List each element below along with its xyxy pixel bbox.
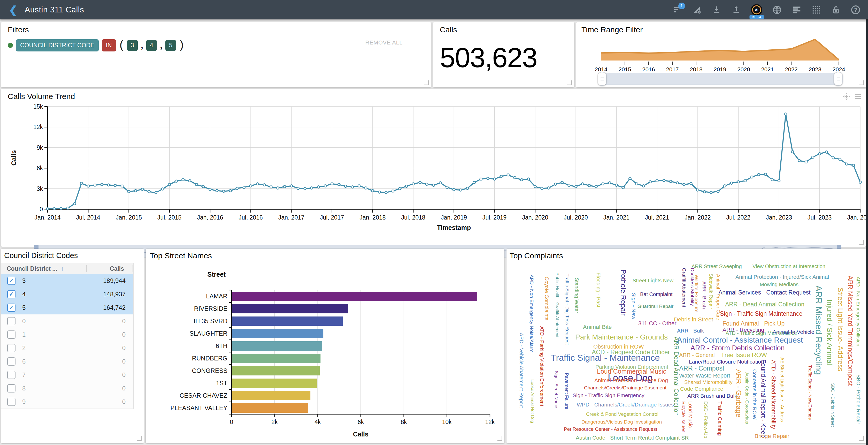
align-left-icon[interactable] [792,5,802,15]
district-row[interactable]: 70 [1,368,133,382]
filter-value-chip[interactable]: 4 [146,40,157,51]
complaint-word[interactable]: Animal In Vehicle [773,329,814,334]
complaint-word[interactable]: SBO - Debris in Street [831,383,835,427]
checkbox-unchecked[interactable] [7,384,16,392]
complaint-word[interactable]: ARR - Recycling [722,327,764,333]
complaint-word[interactable]: Bat Complaint [640,292,673,297]
complaint-word[interactable]: ARR - Brush [702,281,707,309]
complaint-word[interactable]: ARR - Storm Debris Collection [690,345,785,352]
complaint-word[interactable]: Channels/Creeks/Drainage Easement [584,385,666,390]
grid-icon[interactable] [811,5,822,15]
complaint-word[interactable]: ARR - General [679,352,715,358]
complaint-word[interactable]: Loud Commercial Music [597,368,666,375]
checkbox-unchecked[interactable] [7,344,16,352]
checkbox-unchecked[interactable] [7,357,16,366]
complaint-word[interactable]: ARR Street Sweeping [691,264,742,269]
complaint-word[interactable]: Standing Water [574,278,579,313]
complaint-word[interactable]: Water Waste Report [679,373,730,379]
complaint-word[interactable]: Traffic Signal - Dig Tess Request [565,273,570,345]
complaint-word[interactable]: Flooding - Past [596,272,601,307]
slider-handle-left[interactable] [598,72,607,86]
lock-icon[interactable] [831,5,841,15]
complaint-word[interactable]: ARR Dead Animal Collection [673,337,679,416]
district-row[interactable]: 80 [1,382,133,395]
district-row[interactable]: 20 [1,341,133,355]
resize-handle[interactable] [567,81,572,85]
complaint-word[interactable]: Loose Animal Not Dog [530,379,535,423]
complaint-word[interactable]: Sign - Traffic Sign Emergency [572,392,644,398]
globe-icon[interactable] [772,5,782,15]
complaint-word[interactable]: Obstruction in ROW [593,344,644,350]
resize-handle[interactable] [497,436,502,441]
complaint-word[interactable]: Concerns in the ROW [752,369,757,420]
district-row[interactable]: 60 [1,355,133,368]
complaint-word[interactable]: Traffic Signal - Maintenance [551,353,660,362]
resize-handle[interactable] [424,81,429,85]
complaint-word[interactable]: DSD - Follow-Up [703,401,708,438]
district-row[interactable]: ✓5164,742 [1,301,133,315]
filter-icon[interactable]: 1 [672,5,682,15]
district-row[interactable]: 10 [1,328,133,342]
complaint-word[interactable]: Mowing Medians [760,282,799,287]
complaint-word[interactable]: Street Lights New [632,278,674,283]
complaint-word[interactable]: APD - Vehicle Abatement Report [519,333,524,408]
complaint-word[interactable]: Bicycle Issues [681,401,686,432]
time-range-slider[interactable] [601,73,839,85]
complaint-word[interactable]: Injured / Sick Animal [826,299,833,365]
resize-handle[interactable] [859,81,864,85]
complaint-word[interactable]: ARR Missed Yard Trimmings/Compost [847,276,854,386]
complaint-word[interactable]: ARR - Compost [679,365,724,372]
complaint-word[interactable]: Park Maintenance - Grounds [575,333,668,341]
download-icon[interactable] [711,5,722,15]
chart-settings-icon[interactable] [692,5,702,15]
column-district[interactable]: Council District ... [7,265,57,272]
district-row[interactable]: ✓4148,937 [1,288,133,301]
complaint-word[interactable]: Graffiti Abatement [682,268,687,307]
district-row[interactable]: 90 [1,395,133,409]
district-row[interactable]: ✓3189,944 [1,274,133,288]
resize-handle[interactable] [137,436,142,441]
complaint-word[interactable]: Guardrail Repair [638,304,674,309]
complaint-word[interactable]: Sign - Traffic Sign Maintenance [720,311,802,317]
district-row[interactable]: 00 [1,315,133,328]
complaint-word[interactable]: APD - Non Emergency Noise/Alarm [529,275,534,352]
complaint-word[interactable]: Animal Bite [583,324,612,330]
complaint-word[interactable]: Wildlife Exposure [694,275,699,313]
complaint-word[interactable]: Loud Music [688,401,693,428]
complaint-word[interactable]: Found Animal - Pick Up [722,321,784,327]
resize-handle[interactable] [859,436,864,441]
complaint-word[interactable]: WPD - Channels/Creek/Drainage Issues [577,402,674,407]
complaint-word[interactable]: Tree Issue ROW [721,352,767,358]
complaint-word[interactable]: Sign - Street Name [554,371,558,408]
complaint-word[interactable]: ARR - Bulk [677,328,704,333]
complaint-word[interactable]: AE Street Light Issue - Address [780,357,784,422]
complaint-word[interactable]: Animal Protection - Injured/Sick Animal [736,274,829,279]
complaint-word[interactable]: Code Compliance [680,386,723,391]
filter-field-chip[interactable]: COUNCIL DISTRICT CODE [16,39,99,52]
checkbox-checked[interactable]: ✓ [7,277,16,285]
checkbox-unchecked[interactable] [7,398,16,406]
complaint-word[interactable]: Animal Services - Contact Request [718,290,811,296]
complaint-word[interactable]: ARR Missed Recycling [814,286,823,375]
complaint-word[interactable]: Sidewalk Repair [709,273,713,309]
checkbox-unchecked[interactable] [7,317,16,325]
complaint-word[interactable]: Pet Resource Center - Assistance Request [564,427,657,432]
complaint-word[interactable]: Austin Code - Short Term Rental Complain… [576,435,689,440]
complaint-word[interactable]: Found Animal Report - Keep [760,359,767,438]
complaint-word[interactable]: ARR - Dead Animal Collection [725,301,804,307]
complaint-word[interactable]: Traffic Calming [717,401,722,436]
ai-assistant-icon[interactable]: AIBETA [751,4,763,16]
remove-all-button[interactable]: REMOVE ALL [365,39,403,46]
complaint-word[interactable]: ARR Brush and Bulk [687,393,737,398]
sort-ascending-icon[interactable]: ↑ [61,265,64,272]
filter-value-chip[interactable]: 5 [165,40,176,51]
complaint-word[interactable]: Coyote Complaints [544,277,549,320]
filter-value-chip[interactable]: 3 [127,40,138,51]
filter-operator-chip[interactable]: IN [102,39,116,52]
complaint-word[interactable]: View Obstruction at Intersection [752,264,825,269]
complaint-word[interactable]: Public Health - Graffiti Abatement [555,272,559,337]
complaint-word[interactable]: APD - Non Emergency Collision [856,277,861,346]
complaint-word[interactable]: Debris in Street [674,317,713,322]
complaint-word[interactable]: 311 CC - Other [638,321,677,326]
complaint-word[interactable]: Pothole Repair [620,269,627,316]
